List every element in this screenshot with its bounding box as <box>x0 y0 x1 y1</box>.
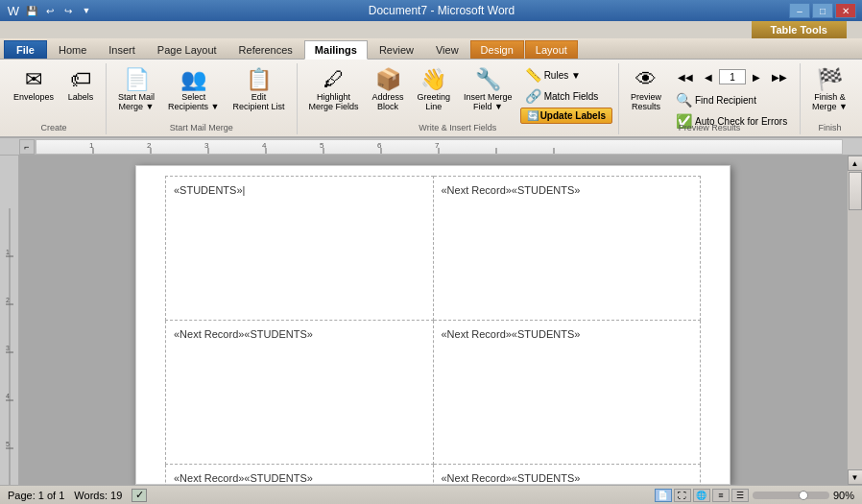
tab-design[interactable]: Design <box>470 40 524 59</box>
create-group-label: Create <box>41 123 67 132</box>
ruler-marks: 1 2 3 4 5 6 7 <box>36 140 842 154</box>
scrollbar-thumb[interactable] <box>849 172 862 210</box>
rules-label: Rules ▼ <box>544 70 581 81</box>
label-content-1: «STUDENTS»| <box>174 184 245 196</box>
undo-icon[interactable]: ↩ <box>42 3 58 18</box>
find-recipient-button[interactable]: 🔍 Find Recipient <box>671 90 794 109</box>
window-icons: W 💾 ↩ ↪ ▼ <box>6 3 94 18</box>
start-mail-merge-button[interactable]: 📄 Start MailMerge ▼ <box>112 65 160 115</box>
status-left: Page: 1 of 1 Words: 19 ✓ <box>8 489 147 502</box>
update-labels-label: Update Labels <box>540 110 606 121</box>
envelopes-label: Envelopes <box>13 92 54 102</box>
label-content-2: «Next Record»«STUDENTS» <box>442 184 581 196</box>
document-inner: «STUDENTS»| «Next Record»«STUDENTS» «Nex… <box>136 166 730 485</box>
quick-access[interactable]: 💾 <box>24 3 39 18</box>
horizontal-ruler: 1 2 3 4 5 6 7 <box>35 139 843 155</box>
record-number-input[interactable] <box>719 69 746 84</box>
left-margin: 1 2 3 4 5 <box>0 156 19 485</box>
customize-icon[interactable]: ▼ <box>79 3 94 18</box>
svg-text:5: 5 <box>320 141 324 150</box>
tab-review[interactable]: Review <box>369 40 424 59</box>
svg-text:1: 1 <box>6 249 10 255</box>
tab-mailings[interactable]: Mailings <box>304 40 368 60</box>
minimize-button[interactable]: – <box>789 3 810 18</box>
edit-recipient-list-button[interactable]: 📋 EditRecipient List <box>227 65 290 115</box>
select-recipients-button[interactable]: 👥 SelectRecipients ▼ <box>162 65 225 115</box>
tab-insert[interactable]: Insert <box>98 40 146 59</box>
start-mail-merge-label: Start MailMerge ▼ <box>118 92 155 111</box>
label-content-3: «Next Record»«STUDENTS» <box>174 328 313 340</box>
redo-icon[interactable]: ↪ <box>60 3 76 18</box>
rules-icon: 📏 <box>525 67 541 83</box>
preview-results-group: 👁 PreviewResults ◀◀ ◀ ▶ ▶▶ 🔍 Find Recipi… <box>619 63 801 134</box>
match-fields-label: Match Fields <box>544 91 599 102</box>
last-record-button[interactable]: ▶▶ <box>767 67 792 86</box>
update-labels-icon: 🔄 <box>527 110 539 121</box>
label-content-6: «Next Record»«STUDENTS» <box>442 472 581 484</box>
tab-page-layout[interactable]: Page Layout <box>147 40 227 59</box>
tab-file[interactable]: File <box>4 40 47 59</box>
zoom-controls: 90% <box>753 490 854 501</box>
draft-button[interactable]: ☰ <box>731 489 749 502</box>
full-screen-button[interactable]: ⛶ <box>674 489 691 502</box>
start-mail-merge-label: Start Mail Merge <box>170 123 233 132</box>
preview-results-button[interactable]: 👁 PreviewResults <box>625 65 667 115</box>
table-tools-banner: Table Tools <box>752 21 848 38</box>
insert-merge-field-label: Insert MergeField ▼ <box>464 92 513 111</box>
svg-text:3: 3 <box>204 141 209 150</box>
outline-button[interactable]: ≡ <box>712 489 730 502</box>
scroll-up-button[interactable]: ▲ <box>848 156 863 171</box>
web-layout-button[interactable]: 🌐 <box>693 489 710 502</box>
next-button[interactable]: ▶ <box>748 67 765 86</box>
tab-view[interactable]: View <box>425 40 469 59</box>
spell-check-button[interactable]: ✓ <box>132 489 147 502</box>
scroll-down-button[interactable]: ▼ <box>848 469 863 485</box>
label-table: «STUDENTS»| «Next Record»«STUDENTS» «Nex… <box>165 176 701 485</box>
right-scrollbar: ▲ ▼ <box>847 156 862 485</box>
ruler-corner[interactable]: ⌐ <box>19 139 35 155</box>
tab-references[interactable]: References <box>228 40 303 59</box>
tab-layout[interactable]: Layout <box>525 40 578 59</box>
find-recipient-label: Find Recipient <box>695 95 756 106</box>
close-button[interactable]: ✕ <box>835 3 856 18</box>
address-block-button[interactable]: 📦 AddressBlock <box>367 65 410 137</box>
highlight-merge-fields-label: HighlightMerge Fields <box>309 92 359 111</box>
select-recipients-icon: 👥 <box>180 69 206 90</box>
zoom-percent: 90% <box>833 490 854 501</box>
create-group: ✉ Envelopes 🏷 Labels Create <box>2 63 107 134</box>
rules-button[interactable]: 📏 Rules ▼ <box>520 65 612 84</box>
page-count: Page: 1 of 1 <box>8 490 64 501</box>
write-insert-fields-label: Write & Insert Fields <box>419 123 496 132</box>
print-layout-button[interactable]: 📄 <box>655 489 672 502</box>
tab-home[interactable]: Home <box>48 40 97 59</box>
highlight-merge-fields-button[interactable]: 🖊 HighlightMerge Fields <box>303 65 365 137</box>
svg-text:4: 4 <box>262 141 267 150</box>
start-mail-merge-icon: 📄 <box>124 69 150 90</box>
envelopes-button[interactable]: ✉ Envelopes <box>8 65 60 106</box>
zoom-slider[interactable] <box>753 492 829 499</box>
finish-merge-button[interactable]: 🏁 Finish &Merge ▼ <box>806 65 853 115</box>
match-fields-button[interactable]: 🔗 Match Fields <box>520 86 612 106</box>
labels-button[interactable]: 🏷 Labels <box>61 65 100 106</box>
label-cell-4: «Next Record»«STUDENTS» <box>433 321 701 465</box>
svg-text:2: 2 <box>6 297 10 303</box>
status-right: 📄 ⛶ 🌐 ≡ ☰ 90% <box>655 489 854 502</box>
prev-button[interactable]: ◀ <box>700 67 717 86</box>
match-fields-icon: 🔗 <box>525 88 541 104</box>
address-block-icon: 📦 <box>375 69 401 90</box>
word-count: Words: 19 <box>74 490 122 501</box>
prev-record-button[interactable]: ◀◀ <box>673 67 698 86</box>
edit-recipient-list-icon: 📋 <box>246 69 272 90</box>
labels-icon: 🏷 <box>70 69 91 90</box>
main-area: 1 2 3 4 5 «STUDENTS»| «Next Record <box>0 156 862 485</box>
address-block-label: AddressBlock <box>372 92 404 111</box>
update-labels-button[interactable]: 🔄 Update Labels <box>520 108 612 124</box>
greeting-line-icon: 👋 <box>420 69 446 90</box>
view-buttons: 📄 ⛶ 🌐 ≡ ☰ <box>655 489 749 502</box>
svg-text:6: 6 <box>377 141 382 150</box>
zoom-thumb <box>799 491 808 500</box>
table-row: «Next Record»«STUDENTS» «Next Record»«ST… <box>166 321 701 465</box>
maximize-button[interactable]: □ <box>812 3 833 18</box>
svg-text:3: 3 <box>6 345 10 351</box>
scrollbar-track <box>848 171 863 469</box>
